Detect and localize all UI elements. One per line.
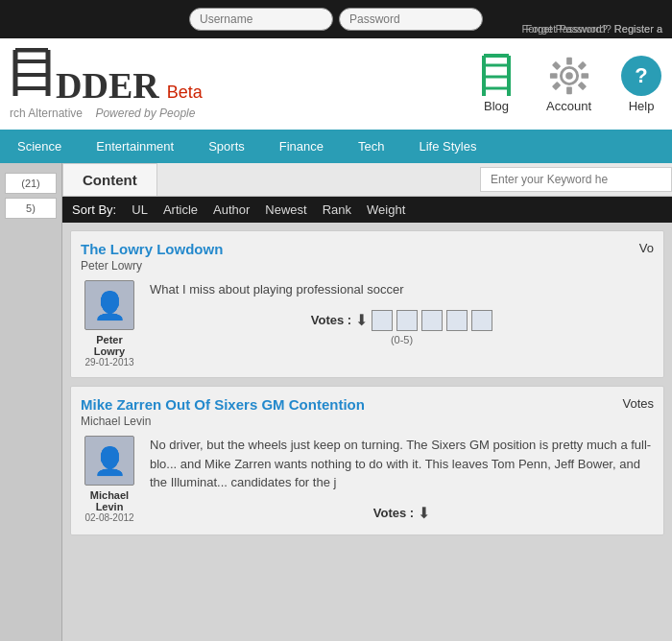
logo-sub1: rch Alternative <box>10 107 83 120</box>
avatar-label-1: Peter Lowry <box>81 334 138 357</box>
svg-rect-16 <box>566 86 572 94</box>
blog-nav-item[interactable]: Blog <box>475 55 517 113</box>
avatar-label-2: MichaelLevin <box>90 489 129 512</box>
svg-rect-22 <box>577 82 586 90</box>
logo-ladder-icon <box>10 48 54 98</box>
download-icon-2[interactable]: ⬇ <box>418 502 430 525</box>
sidebar-item-2: 5) <box>5 198 57 219</box>
avatar-date-1: 29-01-2013 <box>84 357 133 368</box>
svg-rect-15 <box>566 58 572 65</box>
votes-range-1: (0-5) <box>391 332 413 348</box>
sidebar-item-1: (21) <box>5 173 57 194</box>
vote-box-3[interactable] <box>421 310 443 331</box>
article-title-1[interactable]: The Lowry Lowdown <box>81 241 223 257</box>
nav-bar: Science Entertainment Sports Finance Tec… <box>0 130 672 163</box>
logo-title: DDER Beta <box>10 48 475 107</box>
download-icon-1[interactable]: ⬇ <box>355 309 368 332</box>
sort-newest[interactable]: Newest <box>265 202 306 217</box>
nav-finance[interactable]: Finance <box>262 130 341 163</box>
blog-label: Blog <box>484 99 509 113</box>
sort-by-label: Sort By: <box>72 202 116 217</box>
svg-rect-18 <box>581 73 588 79</box>
account-nav-item[interactable]: Account <box>546 55 591 113</box>
content-tab[interactable]: Content <box>62 163 157 196</box>
username-input[interactable] <box>189 8 333 31</box>
sort-rank[interactable]: Rank <box>323 202 351 217</box>
auth-links: Forget Password? Register a <box>522 23 662 35</box>
sort-author[interactable]: Author <box>213 202 250 217</box>
svg-rect-19 <box>551 61 560 70</box>
content-search <box>480 163 672 196</box>
vote-box-4[interactable] <box>446 310 468 331</box>
article-author-line-1: Peter Lowry <box>81 259 223 273</box>
blog-icon <box>475 55 517 97</box>
article-title-col-2: Mike Zarren Out Of Sixers GM Contention … <box>81 396 365 428</box>
article-title-2[interactable]: Mike Zarren Out Of Sixers GM Contention <box>81 396 365 413</box>
help-question-circle: ? <box>621 56 661 96</box>
nav-tech[interactable]: Tech <box>341 130 401 163</box>
sort-weight[interactable]: Weight <box>367 202 405 217</box>
nav-entertainment[interactable]: Entertainment <box>79 130 191 163</box>
article-votes-1: Votes : ⬇ (0-5) <box>150 305 654 348</box>
article-card-2: Mike Zarren Out Of Sixers GM Contention … <box>70 386 664 535</box>
avatar-date-2: 02-08-2012 <box>84 512 133 523</box>
nav-lifestyles[interactable]: Life Styles <box>401 130 493 163</box>
account-icon <box>548 55 590 97</box>
nav-sports[interactable]: Sports <box>191 130 262 163</box>
logo-area: DDER Beta rch Alternative Powered by Peo… <box>10 48 475 120</box>
keyword-search-input[interactable] <box>480 167 672 192</box>
article-card-1: The Lowry Lowdown Peter Lowry Vo 👤 Peter… <box>70 230 664 378</box>
article-header-row-2: Mike Zarren Out Of Sixers GM Contention … <box>81 396 654 428</box>
vote-box-2[interactable] <box>396 310 418 331</box>
sort-ul[interactable]: UL <box>132 202 148 217</box>
article-avatar-1: 👤 Peter Lowry 29-01-2013 <box>81 280 138 368</box>
svg-rect-21 <box>551 82 560 90</box>
account-label: Account <box>546 99 591 113</box>
sidebar-count-2: 5) <box>10 202 52 214</box>
article-title-col-1: The Lowry Lowdown Peter Lowry <box>81 241 223 273</box>
blog-ladder-svg <box>479 54 514 98</box>
svg-point-14 <box>565 72 573 80</box>
logo-dder-text: DDER <box>56 64 159 107</box>
person-icon-2: 👤 <box>93 445 127 477</box>
main-layout: (21) 5) Content Sort By: UL Article Auth… <box>0 163 672 641</box>
content-area: Content Sort By: UL Article Author Newes… <box>62 163 672 641</box>
article-header-row-1: The Lowry Lowdown Peter Lowry Vo <box>81 241 654 273</box>
help-nav-item[interactable]: ? Help <box>620 55 662 113</box>
vote-box-5[interactable] <box>471 310 492 331</box>
logo-subtitle: rch Alternative Powered by People <box>10 107 475 120</box>
article-body-1: 👤 Peter Lowry 29-01-2013 What I miss abo… <box>81 280 654 368</box>
nav-science[interactable]: Science <box>0 130 79 163</box>
help-icon: ? <box>620 55 662 97</box>
svg-rect-17 <box>549 73 557 79</box>
svg-rect-20 <box>577 61 586 70</box>
content-header: Content <box>62 163 672 197</box>
sort-bar: Sort By: UL Article Author Newest Rank W… <box>62 197 672 223</box>
header: DDER Beta rch Alternative Powered by Peo… <box>0 38 672 130</box>
article-author-line-2: Michael Levin <box>81 415 365 428</box>
logo-sub2: Powered by People <box>95 107 195 120</box>
sort-article[interactable]: Article <box>163 202 198 217</box>
avatar-img-2: 👤 <box>84 436 134 486</box>
avatar-img-1: 👤 <box>84 280 134 330</box>
sidebar: (21) 5) <box>0 163 62 641</box>
account-gear-svg <box>548 55 590 97</box>
article-votes-2: Votes : ⬇ <box>150 498 654 525</box>
article-text-2: No driver, but the wheels just keep on t… <box>150 436 654 525</box>
article-vote-count-2: Votes <box>596 396 654 411</box>
article-text-1: What I miss about playing professional s… <box>150 280 654 368</box>
sidebar-count-1: (21) <box>10 178 52 189</box>
header-icons: Blog Account <box>475 55 662 113</box>
votes-row-2: Votes : ⬇ <box>373 502 430 525</box>
logo-beta-text: Beta <box>167 83 203 103</box>
votes-row-1: Votes : ⬇ <box>311 309 492 332</box>
password-input[interactable] <box>339 8 483 31</box>
article-body-2: 👤 MichaelLevin 02-08-2012 No driver, but… <box>81 436 654 525</box>
vote-box-1[interactable] <box>372 310 393 331</box>
person-icon-1: 👤 <box>93 290 127 321</box>
help-label: Help <box>629 99 655 113</box>
article-vote-count-1: Vo <box>596 241 654 255</box>
article-avatar-2: 👤 MichaelLevin 02-08-2012 <box>81 436 138 525</box>
votes-label-2: Votes : <box>373 504 414 523</box>
top-bar: Forget Password? Register a Forget Passw… <box>0 0 672 38</box>
